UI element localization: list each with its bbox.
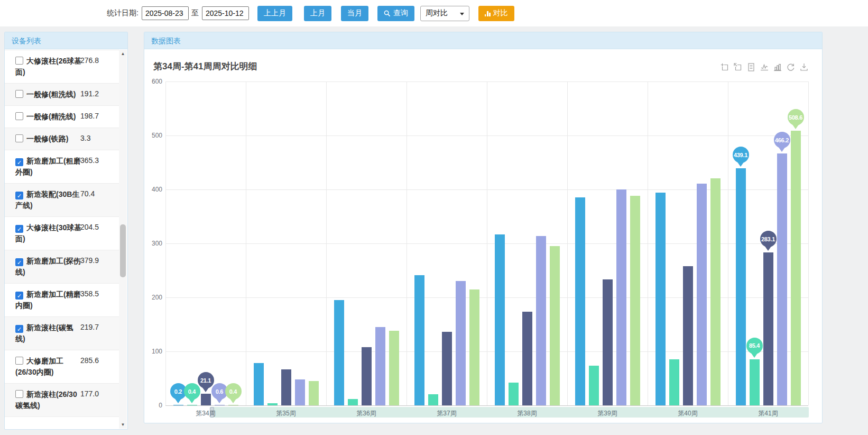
device-label: 一般修(铁路) [15, 133, 82, 144]
bar-chart-switch-icon[interactable] [773, 63, 782, 71]
bar [630, 196, 640, 405]
bar-chart-icon [485, 11, 491, 16]
compare-button[interactable]: 对比 [478, 6, 514, 21]
x-axis-label: 第38周 [509, 409, 546, 418]
scroll-up-arrow-icon[interactable]: ▲ [119, 50, 127, 58]
bar [495, 234, 505, 405]
device-label: 一般修(粗洗线) [15, 89, 82, 100]
device-value: 198.7 [80, 111, 99, 122]
query-button[interactable]: 查询 [377, 6, 414, 21]
device-value: 285.6 [80, 355, 99, 366]
bar [575, 197, 585, 405]
date-to-input[interactable] [202, 6, 249, 20]
compare-mode-value: 周对比 [426, 8, 448, 18]
chart-toolbox [721, 63, 808, 71]
device-checkbox[interactable]: ✓ [15, 158, 23, 166]
bar [616, 189, 626, 405]
bar [295, 379, 305, 405]
bar [201, 394, 211, 405]
chevron-down-icon [460, 13, 464, 15]
device-checkbox[interactable] [15, 134, 23, 142]
prev-prev-month-button[interactable]: 上上月 [257, 6, 292, 21]
device-value: 276.8 [80, 55, 99, 66]
bar [428, 394, 438, 405]
device-checkbox[interactable]: ✓ [15, 258, 23, 266]
bar [309, 381, 319, 405]
gridline-v [808, 81, 809, 405]
current-month-button[interactable]: 当月 [341, 6, 368, 21]
value-pin: 0.4 [225, 383, 242, 400]
device-row[interactable]: 一般修(精洗线)198.7 [5, 106, 119, 128]
device-row[interactable]: ✓新造磨加工(精磨内圈)358.5 [5, 284, 119, 317]
device-checkbox[interactable] [15, 57, 23, 65]
y-axis-label: 300 [144, 240, 162, 247]
gridline-v [326, 81, 327, 405]
bar [683, 266, 693, 405]
bar [536, 236, 546, 405]
save-image-icon[interactable] [800, 63, 808, 71]
bar [469, 289, 479, 405]
device-row[interactable]: 大修磨加工(26/30内圈)285.6 [5, 350, 119, 384]
bar [550, 246, 560, 405]
device-row[interactable]: ✓大修滚柱(30球基面)204.5 [5, 217, 119, 250]
bar [228, 405, 238, 405]
gridline-v [648, 81, 648, 405]
data-view-icon[interactable] [747, 63, 755, 71]
pin-tail [751, 352, 758, 358]
bar [375, 327, 385, 405]
line-chart-icon[interactable] [760, 63, 769, 71]
bar [710, 178, 721, 405]
bar [763, 252, 773, 405]
scrollbar-thumb[interactable] [120, 224, 126, 277]
device-checkbox[interactable] [15, 390, 23, 398]
device-label: 大修滚柱(26球基面) [15, 56, 82, 78]
device-checkbox[interactable]: ✓ [15, 325, 23, 333]
pin-tail [202, 387, 209, 392]
bar [281, 369, 291, 405]
device-list: 大修滚柱(26球基面)276.8一般修(粗洗线)191.2一般修(精洗线)198… [5, 50, 119, 429]
device-label: 一般修(精洗线) [15, 111, 82, 122]
area-zoom-icon[interactable] [721, 63, 729, 71]
device-list-title: 设备列表 [5, 32, 127, 49]
restore-icon[interactable] [787, 63, 795, 71]
device-row[interactable]: ✓新造磨加工(探伤线)379.9 [5, 250, 119, 284]
device-row[interactable]: 一般修(粗洗线)191.2 [5, 84, 119, 106]
scroll-down-arrow-icon[interactable]: ▼ [119, 421, 127, 429]
bar [362, 347, 372, 405]
device-checkbox[interactable] [15, 90, 23, 98]
bar [697, 184, 707, 405]
device-label: 大修磨加工(26/30内圈) [15, 356, 82, 378]
device-row[interactable]: 一般修(铁路)3.3 [5, 128, 119, 150]
bar [389, 331, 399, 405]
sidebar-scrollbar[interactable]: ▲ ▼ [119, 50, 127, 429]
device-row[interactable]: 新造滚柱(26/30碳氢线)177.0 [5, 384, 119, 417]
device-row[interactable]: ✓新造装配(30B生产线)70.4 [5, 184, 119, 217]
device-value: 358.5 [80, 288, 99, 300]
gridline-v [165, 81, 166, 405]
chart-title: 第34周-第41周周对比明细 [153, 60, 257, 72]
bar [655, 193, 666, 405]
bar [791, 131, 801, 405]
device-checkbox[interactable]: ✓ [15, 192, 23, 200]
compare-mode-select[interactable]: 周对比 [420, 6, 469, 21]
x-axis-label: 第41周 [750, 409, 787, 418]
device-checkbox[interactable] [15, 357, 23, 365]
bar [669, 359, 679, 405]
prev-month-button[interactable]: 上月 [304, 6, 331, 21]
device-checkbox[interactable] [15, 112, 23, 120]
date-from-input[interactable] [142, 6, 189, 20]
pin-tail [216, 398, 223, 403]
device-row[interactable]: 大修滚柱(26球基面)276.8 [5, 50, 119, 84]
device-value: 191.2 [80, 88, 99, 99]
device-checkbox[interactable]: ✓ [15, 225, 23, 233]
bar [736, 168, 746, 405]
y-axis-label: 100 [144, 348, 162, 355]
y-axis-label: 400 [144, 186, 162, 193]
device-checkbox[interactable]: ✓ [15, 292, 23, 300]
device-row[interactable]: ✓新造滚柱(碳氢线)219.7 [5, 317, 119, 350]
device-value: 204.5 [80, 222, 99, 233]
device-row[interactable]: ✓新造磨加工(粗磨外圈)365.3 [5, 150, 119, 184]
bar [603, 279, 613, 405]
device-value: 379.9 [80, 255, 99, 266]
zoom-reset-icon[interactable] [734, 63, 742, 71]
